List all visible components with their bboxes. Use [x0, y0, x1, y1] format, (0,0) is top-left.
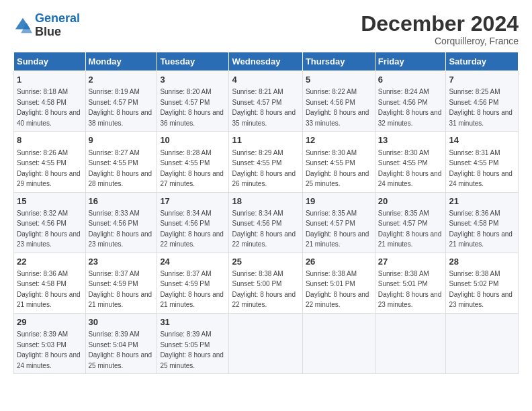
day-number: 27 [378, 256, 443, 268]
day-cell: 4Sunrise: 8:21 AMSunset: 4:57 PMDaylight… [229, 71, 302, 132]
day-detail: Sunrise: 8:24 AMSunset: 4:56 PMDaylight:… [378, 88, 442, 127]
day-number: 10 [160, 134, 226, 146]
day-cell: 15Sunrise: 8:32 AMSunset: 4:56 PMDayligh… [14, 192, 86, 253]
day-detail: Sunrise: 8:38 AMSunset: 5:01 PMDaylight:… [306, 270, 369, 309]
day-number: 19 [306, 195, 372, 208]
day-cell: 27Sunrise: 8:38 AMSunset: 5:01 PMDayligh… [375, 253, 446, 313]
day-number: 21 [449, 195, 515, 208]
day-number: 28 [449, 256, 515, 268]
day-number: 31 [160, 316, 226, 328]
day-cell: 14Sunrise: 8:31 AMSunset: 4:55 PMDayligh… [446, 132, 519, 192]
header-cell-saturday: Saturday [446, 52, 519, 71]
day-cell [375, 313, 446, 373]
day-cell: 30Sunrise: 8:39 AMSunset: 5:04 PMDayligh… [85, 313, 157, 373]
day-detail: Sunrise: 8:36 AMSunset: 4:58 PMDaylight:… [449, 210, 513, 248]
day-detail: Sunrise: 8:38 AMSunset: 5:00 PMDaylight:… [232, 270, 296, 309]
week-row-2: 8Sunrise: 8:26 AMSunset: 4:55 PMDaylight… [14, 132, 519, 192]
day-detail: Sunrise: 8:34 AMSunset: 4:56 PMDaylight:… [232, 210, 296, 248]
day-detail: Sunrise: 8:39 AMSunset: 5:03 PMDaylight:… [17, 330, 81, 369]
day-detail: Sunrise: 8:33 AMSunset: 4:56 PMDaylight:… [89, 210, 152, 248]
day-number: 3 [160, 74, 226, 86]
day-cell: 25Sunrise: 8:38 AMSunset: 5:00 PMDayligh… [229, 253, 302, 313]
day-cell: 21Sunrise: 8:36 AMSunset: 4:58 PMDayligh… [446, 192, 519, 253]
day-detail: Sunrise: 8:22 AMSunset: 4:56 PMDaylight:… [306, 88, 369, 127]
day-cell: 28Sunrise: 8:38 AMSunset: 5:02 PMDayligh… [446, 253, 519, 313]
day-cell: 5Sunrise: 8:22 AMSunset: 4:56 PMDaylight… [302, 71, 375, 132]
day-detail: Sunrise: 8:30 AMSunset: 4:55 PMDaylight:… [306, 149, 369, 188]
day-detail: Sunrise: 8:21 AMSunset: 4:57 PMDaylight:… [232, 88, 296, 127]
day-cell: 23Sunrise: 8:37 AMSunset: 4:59 PMDayligh… [85, 253, 157, 313]
day-cell: 8Sunrise: 8:26 AMSunset: 4:55 PMDaylight… [14, 132, 86, 192]
day-detail: Sunrise: 8:39 AMSunset: 5:05 PMDaylight:… [160, 330, 224, 369]
day-number: 18 [232, 195, 299, 208]
day-detail: Sunrise: 8:35 AMSunset: 4:57 PMDaylight:… [378, 210, 442, 248]
day-cell: 1Sunrise: 8:18 AMSunset: 4:58 PMDaylight… [14, 71, 86, 132]
day-number: 16 [89, 195, 154, 208]
page-container: General Blue December 2024 Corquilleroy,… [0, 0, 532, 381]
day-detail: Sunrise: 8:39 AMSunset: 5:04 PMDaylight:… [89, 330, 152, 369]
day-cell [229, 313, 302, 373]
day-number: 4 [232, 74, 299, 86]
day-number: 23 [89, 256, 154, 268]
day-number: 14 [449, 134, 515, 146]
day-detail: Sunrise: 8:26 AMSunset: 4:55 PMDaylight:… [17, 149, 81, 188]
day-number: 1 [17, 74, 83, 86]
day-cell: 10Sunrise: 8:28 AMSunset: 4:55 PMDayligh… [157, 132, 229, 192]
day-cell: 2Sunrise: 8:19 AMSunset: 4:57 PMDaylight… [85, 71, 157, 132]
day-cell: 26Sunrise: 8:38 AMSunset: 5:01 PMDayligh… [302, 253, 375, 313]
day-detail: Sunrise: 8:20 AMSunset: 4:57 PMDaylight:… [160, 88, 224, 127]
month-title: December 2024 [361, 12, 519, 36]
day-detail: Sunrise: 8:25 AMSunset: 4:56 PMDaylight:… [449, 88, 513, 127]
week-row-5: 29Sunrise: 8:39 AMSunset: 5:03 PMDayligh… [14, 313, 519, 373]
day-cell: 17Sunrise: 8:34 AMSunset: 4:56 PMDayligh… [157, 192, 229, 253]
day-cell: 12Sunrise: 8:30 AMSunset: 4:55 PMDayligh… [302, 132, 375, 192]
day-detail: Sunrise: 8:37 AMSunset: 4:59 PMDaylight:… [160, 270, 224, 309]
logo-icon [13, 16, 32, 35]
day-detail: Sunrise: 8:32 AMSunset: 4:56 PMDaylight:… [17, 210, 81, 248]
day-detail: Sunrise: 8:30 AMSunset: 4:55 PMDaylight:… [378, 149, 442, 188]
day-number: 26 [306, 256, 372, 268]
day-number: 17 [160, 195, 226, 208]
day-detail: Sunrise: 8:38 AMSunset: 5:02 PMDaylight:… [449, 270, 513, 309]
day-cell: 11Sunrise: 8:29 AMSunset: 4:55 PMDayligh… [229, 132, 302, 192]
day-cell: 16Sunrise: 8:33 AMSunset: 4:56 PMDayligh… [85, 192, 157, 253]
day-number: 9 [89, 134, 154, 146]
day-number: 22 [17, 256, 83, 268]
week-row-1: 1Sunrise: 8:18 AMSunset: 4:58 PMDaylight… [14, 71, 519, 132]
day-number: 8 [17, 134, 83, 146]
day-detail: Sunrise: 8:34 AMSunset: 4:56 PMDaylight:… [160, 210, 224, 248]
calendar-body: 1Sunrise: 8:18 AMSunset: 4:58 PMDaylight… [14, 71, 519, 374]
day-number: 20 [378, 195, 443, 208]
day-cell [446, 313, 519, 373]
week-row-4: 22Sunrise: 8:36 AMSunset: 4:58 PMDayligh… [14, 253, 519, 313]
day-cell: 9Sunrise: 8:27 AMSunset: 4:55 PMDaylight… [85, 132, 157, 192]
day-detail: Sunrise: 8:18 AMSunset: 4:58 PMDaylight:… [17, 88, 81, 127]
logo: General Blue [13, 12, 80, 39]
day-cell: 22Sunrise: 8:36 AMSunset: 4:58 PMDayligh… [14, 253, 86, 313]
header-cell-sunday: Sunday [14, 52, 86, 71]
day-number: 30 [89, 316, 154, 328]
day-number: 25 [232, 256, 299, 268]
day-cell: 20Sunrise: 8:35 AMSunset: 4:57 PMDayligh… [375, 192, 446, 253]
day-detail: Sunrise: 8:28 AMSunset: 4:55 PMDaylight:… [160, 149, 224, 188]
calendar-header: SundayMondayTuesdayWednesdayThursdayFrid… [14, 52, 519, 71]
header-cell-friday: Friday [375, 52, 446, 71]
day-cell [302, 313, 375, 373]
day-number: 5 [306, 74, 372, 86]
header-cell-thursday: Thursday [302, 52, 375, 71]
day-number: 13 [378, 134, 443, 146]
day-number: 2 [89, 74, 154, 86]
day-number: 12 [306, 134, 372, 146]
header-cell-monday: Monday [85, 52, 157, 71]
header-cell-wednesday: Wednesday [229, 52, 302, 71]
day-cell: 29Sunrise: 8:39 AMSunset: 5:03 PMDayligh… [14, 313, 86, 373]
calendar-table: SundayMondayTuesdayWednesdayThursdayFrid… [13, 52, 519, 374]
day-number: 24 [160, 256, 226, 268]
header: General Blue December 2024 Corquilleroy,… [13, 12, 519, 46]
logo-text: General Blue [35, 12, 80, 39]
day-detail: Sunrise: 8:35 AMSunset: 4:57 PMDaylight:… [306, 210, 369, 248]
day-detail: Sunrise: 8:27 AMSunset: 4:55 PMDaylight:… [89, 149, 152, 188]
day-detail: Sunrise: 8:31 AMSunset: 4:55 PMDaylight:… [449, 149, 513, 188]
day-cell: 18Sunrise: 8:34 AMSunset: 4:56 PMDayligh… [229, 192, 302, 253]
day-cell: 31Sunrise: 8:39 AMSunset: 5:05 PMDayligh… [157, 313, 229, 373]
